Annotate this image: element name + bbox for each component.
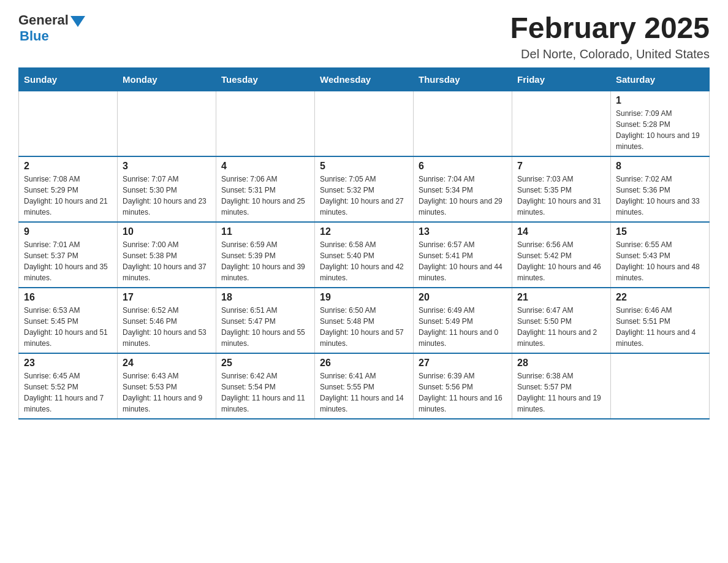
calendar-header: SundayMondayTuesdayWednesdayThursdayFrid… (19, 67, 710, 91)
day-info: Sunrise: 6:56 AM Sunset: 5:42 PM Dayligh… (517, 239, 605, 283)
day-info: Sunrise: 6:45 AM Sunset: 5:52 PM Dayligh… (24, 370, 112, 415)
week-row-4: 16Sunrise: 6:53 AM Sunset: 5:45 PM Dayli… (19, 288, 710, 353)
day-info: Sunrise: 7:01 AM Sunset: 5:37 PM Dayligh… (24, 239, 112, 283)
week-row-1: 1Sunrise: 7:09 AM Sunset: 5:28 PM Daylig… (19, 91, 710, 156)
day-info: Sunrise: 6:59 AM Sunset: 5:39 PM Dayligh… (221, 239, 309, 283)
cell-week5-day6: 28Sunrise: 6:38 AM Sunset: 5:57 PM Dayli… (512, 353, 611, 419)
header-tuesday: Tuesday (216, 67, 315, 91)
cell-week5-day7 (611, 353, 710, 419)
cell-week2-day5: 6Sunrise: 7:04 AM Sunset: 5:34 PM Daylig… (414, 156, 512, 222)
day-info: Sunrise: 6:58 AM Sunset: 5:40 PM Dayligh… (320, 239, 408, 283)
day-info: Sunrise: 7:07 AM Sunset: 5:30 PM Dayligh… (123, 174, 211, 218)
day-number: 20 (419, 292, 507, 303)
cell-week2-day2: 3Sunrise: 7:07 AM Sunset: 5:30 PM Daylig… (118, 156, 216, 222)
logo-blue-text: Blue (20, 28, 49, 44)
cell-week1-day6 (512, 91, 611, 156)
day-number: 9 (24, 226, 112, 237)
day-number: 1 (616, 95, 704, 106)
cell-week3-day6: 14Sunrise: 6:56 AM Sunset: 5:42 PM Dayli… (512, 222, 611, 288)
day-info: Sunrise: 6:53 AM Sunset: 5:45 PM Dayligh… (24, 305, 112, 349)
cell-week2-day1: 2Sunrise: 7:08 AM Sunset: 5:29 PM Daylig… (19, 156, 118, 222)
header-monday: Monday (118, 67, 216, 91)
header-wednesday: Wednesday (315, 67, 414, 91)
day-info: Sunrise: 6:43 AM Sunset: 5:53 PM Dayligh… (123, 370, 211, 415)
calendar-body: 1Sunrise: 7:09 AM Sunset: 5:28 PM Daylig… (19, 91, 710, 419)
week-row-3: 9Sunrise: 7:01 AM Sunset: 5:37 PM Daylig… (19, 222, 710, 288)
week-row-5: 23Sunrise: 6:45 AM Sunset: 5:52 PM Dayli… (19, 353, 710, 419)
day-info: Sunrise: 7:05 AM Sunset: 5:32 PM Dayligh… (320, 174, 408, 218)
days-of-week-row: SundayMondayTuesdayWednesdayThursdayFrid… (19, 67, 710, 91)
logo-triangle-icon (70, 16, 85, 27)
day-info: Sunrise: 6:57 AM Sunset: 5:41 PM Dayligh… (419, 239, 507, 283)
title-section: February 2025 Del Norte, Colorado, Unite… (510, 12, 710, 61)
header-saturday: Saturday (611, 67, 710, 91)
day-info: Sunrise: 6:52 AM Sunset: 5:46 PM Dayligh… (123, 305, 211, 349)
day-number: 12 (320, 226, 408, 237)
cell-week4-day3: 18Sunrise: 6:51 AM Sunset: 5:47 PM Dayli… (216, 288, 315, 353)
day-number: 14 (517, 226, 605, 237)
cell-week5-day4: 26Sunrise: 6:41 AM Sunset: 5:55 PM Dayli… (315, 353, 414, 419)
cell-week2-day6: 7Sunrise: 7:03 AM Sunset: 5:35 PM Daylig… (512, 156, 611, 222)
day-number: 27 (419, 358, 507, 369)
cell-week3-day5: 13Sunrise: 6:57 AM Sunset: 5:41 PM Dayli… (414, 222, 512, 288)
day-number: 23 (24, 358, 112, 369)
cell-week1-day2 (118, 91, 216, 156)
day-info: Sunrise: 6:50 AM Sunset: 5:48 PM Dayligh… (320, 305, 408, 349)
calendar-subtitle: Del Norte, Colorado, United States (510, 47, 710, 61)
cell-week2-day3: 4Sunrise: 7:06 AM Sunset: 5:31 PM Daylig… (216, 156, 315, 222)
day-number: 2 (24, 161, 112, 172)
cell-week5-day5: 27Sunrise: 6:39 AM Sunset: 5:56 PM Dayli… (414, 353, 512, 419)
cell-week5-day1: 23Sunrise: 6:45 AM Sunset: 5:52 PM Dayli… (19, 353, 118, 419)
header-thursday: Thursday (414, 67, 512, 91)
day-number: 7 (517, 161, 605, 172)
day-number: 11 (221, 226, 309, 237)
cell-week3-day2: 10Sunrise: 7:00 AM Sunset: 5:38 PM Dayli… (118, 222, 216, 288)
cell-week5-day2: 24Sunrise: 6:43 AM Sunset: 5:53 PM Dayli… (118, 353, 216, 419)
day-number: 6 (419, 161, 507, 172)
day-info: Sunrise: 6:49 AM Sunset: 5:49 PM Dayligh… (419, 305, 507, 349)
day-info: Sunrise: 7:04 AM Sunset: 5:34 PM Dayligh… (419, 174, 507, 218)
header-friday: Friday (512, 67, 611, 91)
calendar-title: February 2025 (510, 12, 710, 45)
day-info: Sunrise: 6:47 AM Sunset: 5:50 PM Dayligh… (517, 305, 605, 349)
cell-week3-day4: 12Sunrise: 6:58 AM Sunset: 5:40 PM Dayli… (315, 222, 414, 288)
day-number: 3 (123, 161, 211, 172)
day-number: 10 (123, 226, 211, 237)
day-info: Sunrise: 6:39 AM Sunset: 5:56 PM Dayligh… (419, 370, 507, 415)
cell-week4-day6: 21Sunrise: 6:47 AM Sunset: 5:50 PM Dayli… (512, 288, 611, 353)
day-number: 18 (221, 292, 309, 303)
cell-week4-day7: 22Sunrise: 6:46 AM Sunset: 5:51 PM Dayli… (611, 288, 710, 353)
cell-week1-day1 (19, 91, 118, 156)
cell-week5-day3: 25Sunrise: 6:42 AM Sunset: 5:54 PM Dayli… (216, 353, 315, 419)
cell-week4-day4: 19Sunrise: 6:50 AM Sunset: 5:48 PM Dayli… (315, 288, 414, 353)
logo-general-text: General (18, 12, 69, 28)
day-info: Sunrise: 6:51 AM Sunset: 5:47 PM Dayligh… (221, 305, 309, 349)
day-number: 5 (320, 161, 408, 172)
cell-week4-day1: 16Sunrise: 6:53 AM Sunset: 5:45 PM Dayli… (19, 288, 118, 353)
logo: General Blue (18, 12, 85, 44)
cell-week4-day2: 17Sunrise: 6:52 AM Sunset: 5:46 PM Dayli… (118, 288, 216, 353)
cell-week2-day7: 8Sunrise: 7:02 AM Sunset: 5:36 PM Daylig… (611, 156, 710, 222)
day-info: Sunrise: 6:42 AM Sunset: 5:54 PM Dayligh… (221, 370, 309, 415)
day-info: Sunrise: 6:46 AM Sunset: 5:51 PM Dayligh… (616, 305, 704, 349)
day-info: Sunrise: 6:55 AM Sunset: 5:43 PM Dayligh… (616, 239, 704, 283)
header-sunday: Sunday (19, 67, 118, 91)
day-number: 8 (616, 161, 704, 172)
day-number: 16 (24, 292, 112, 303)
day-info: Sunrise: 6:41 AM Sunset: 5:55 PM Dayligh… (320, 370, 408, 415)
cell-week3-day3: 11Sunrise: 6:59 AM Sunset: 5:39 PM Dayli… (216, 222, 315, 288)
day-number: 19 (320, 292, 408, 303)
cell-week3-day1: 9Sunrise: 7:01 AM Sunset: 5:37 PM Daylig… (19, 222, 118, 288)
cell-week1-day7: 1Sunrise: 7:09 AM Sunset: 5:28 PM Daylig… (611, 91, 710, 156)
cell-week2-day4: 5Sunrise: 7:05 AM Sunset: 5:32 PM Daylig… (315, 156, 414, 222)
day-number: 26 (320, 358, 408, 369)
day-info: Sunrise: 7:02 AM Sunset: 5:36 PM Dayligh… (616, 174, 704, 218)
day-info: Sunrise: 6:38 AM Sunset: 5:57 PM Dayligh… (517, 370, 605, 415)
day-number: 28 (517, 358, 605, 369)
day-number: 13 (419, 226, 507, 237)
day-number: 15 (616, 226, 704, 237)
cell-week1-day5 (414, 91, 512, 156)
cell-week3-day7: 15Sunrise: 6:55 AM Sunset: 5:43 PM Dayli… (611, 222, 710, 288)
cell-week1-day4 (315, 91, 414, 156)
day-number: 17 (123, 292, 211, 303)
